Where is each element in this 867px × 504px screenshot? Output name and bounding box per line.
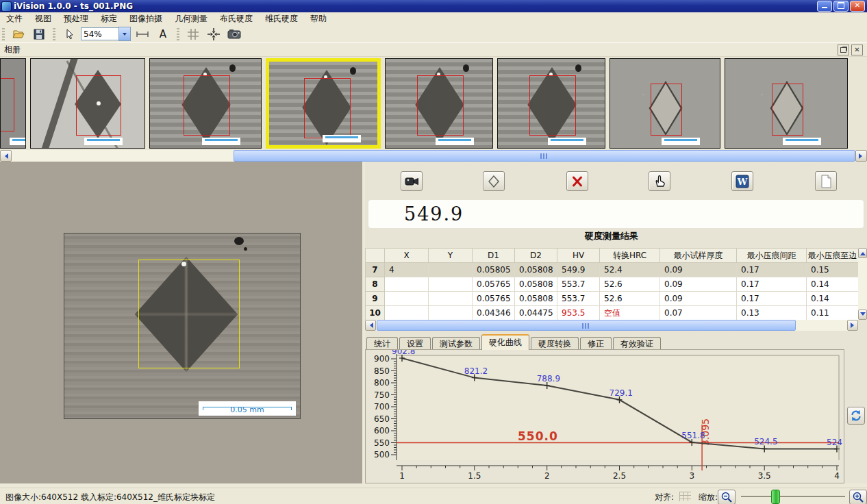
zoom-level-combobox	[81, 27, 131, 40]
refresh-chart-button[interactable]	[847, 407, 865, 425]
tab-2[interactable]: 测试参数	[432, 337, 480, 350]
table-row[interactable]: 740.058050.05808549.952.40.090.170.15	[366, 263, 859, 277]
table-row[interactable]: 90.057650.05808553.752.60.090.170.14	[366, 292, 859, 306]
table-column-header[interactable]	[366, 249, 385, 263]
zoom-in-button[interactable]	[849, 490, 867, 504]
table-cell: 0.17	[737, 277, 807, 292]
zoom-label: 缩放:	[699, 492, 718, 503]
scroll-left-button[interactable]	[365, 320, 376, 331]
scroll-right-button[interactable]	[847, 320, 858, 331]
menu-item-6[interactable]: 布氏硬度	[214, 12, 259, 25]
album-thumbnail[interactable]	[30, 58, 145, 149]
menu-item-3[interactable]: 标定	[95, 12, 123, 25]
menu-item-1[interactable]: 视图	[29, 12, 58, 25]
select-cursor-button[interactable]	[60, 26, 78, 42]
measurement-box[interactable]	[138, 260, 240, 368]
menu-item-7[interactable]: 维氏硬度	[259, 12, 304, 25]
svg-text:4: 4	[834, 471, 840, 481]
table-column-header[interactable]: X	[385, 249, 429, 263]
scrollbar-thumb[interactable]	[234, 150, 855, 162]
scroll-left-button[interactable]	[0, 150, 12, 162]
table-cell: 0.05808	[515, 263, 557, 277]
album-thumbnail[interactable]	[497, 58, 605, 149]
table-row[interactable]: 80.057650.05808553.752.60.090.170.14	[366, 277, 859, 292]
float-panel-button[interactable]	[838, 45, 849, 55]
scroll-down-button[interactable]	[858, 310, 867, 320]
export-word-button[interactable]: W	[731, 171, 753, 191]
video-camera-icon	[405, 177, 419, 186]
center-image-button[interactable]	[205, 26, 223, 42]
zoom-out-button[interactable]	[718, 490, 736, 504]
scroll-up-button[interactable]	[858, 248, 867, 258]
tab-6[interactable]: 有效验证	[613, 337, 661, 350]
table-column-header[interactable]: D1	[473, 249, 515, 263]
open-file-button[interactable]	[10, 26, 27, 42]
tab-0[interactable]: 统计	[366, 337, 398, 350]
tab-4[interactable]: 硬度转换	[531, 337, 579, 350]
tab-3[interactable]: 硬化曲线	[481, 334, 529, 350]
table-column-header[interactable]: 最小压痕至边	[807, 249, 859, 263]
zoom-out-icon	[720, 491, 733, 503]
table-row[interactable]: 100.043460.04475953.5空值0.070.130.11	[366, 306, 859, 320]
table-column-header[interactable]: 最小压痕间距	[737, 249, 807, 263]
table-column-header[interactable]: D2	[515, 249, 557, 263]
minimize-button[interactable]	[817, 1, 832, 12]
new-report-button[interactable]	[815, 171, 837, 191]
indent-measure-button[interactable]	[483, 171, 505, 191]
scrollbar-thumb[interactable]	[377, 320, 796, 331]
svg-text:551.8: 551.8	[681, 431, 705, 440]
image-viewer[interactable]: 0.05 mm	[0, 162, 362, 483]
album-thumbnail[interactable]	[266, 58, 381, 149]
album-thumbnail[interactable]	[610, 58, 720, 149]
row-number: 9	[366, 292, 385, 306]
table-cell: 0.14	[807, 277, 859, 292]
capture-image-button[interactable]	[225, 26, 243, 42]
table-vertical-scrollbar[interactable]	[858, 248, 867, 320]
table-horizontal-scrollbar[interactable]	[365, 320, 858, 331]
menu-item-5[interactable]: 几何测量	[168, 12, 214, 25]
maximize-button[interactable]	[833, 1, 849, 12]
svg-text:850: 850	[374, 366, 390, 376]
table-column-header[interactable]: HV	[557, 249, 600, 263]
microscope-image[interactable]: 0.05 mm	[64, 233, 301, 419]
album-panel-header: 相册 ✕	[0, 42, 867, 57]
album-thumbnail[interactable]	[0, 58, 26, 149]
zoom-slider-track[interactable]	[741, 496, 845, 497]
zoom-dropdown-button[interactable]	[118, 27, 131, 41]
svg-text:750: 750	[374, 390, 390, 400]
svg-text:650: 650	[374, 414, 390, 424]
svg-text:788.9: 788.9	[537, 374, 560, 383]
zoom-slider-thumb[interactable]	[771, 490, 780, 504]
tab-1[interactable]: 设置	[399, 337, 431, 350]
table-column-header[interactable]: Y	[429, 249, 473, 263]
table-column-header[interactable]: 最小试样厚度	[660, 249, 737, 263]
measure-tool-button[interactable]	[134, 26, 151, 42]
tab-5[interactable]: 修正	[580, 337, 612, 350]
pan-tool-button[interactable]	[649, 171, 670, 191]
album-thumbnail[interactable]	[385, 58, 493, 149]
svg-text:600: 600	[374, 426, 390, 436]
delete-result-button[interactable]	[566, 171, 588, 191]
table-cell: 0.13	[737, 306, 807, 320]
album-thumbnail[interactable]	[149, 58, 262, 149]
align-grid-icon[interactable]	[679, 492, 691, 501]
grid-toggle-button[interactable]	[184, 26, 202, 42]
table-cell: 52.6	[600, 292, 660, 306]
menu-item-8[interactable]: 帮助	[304, 12, 333, 25]
close-panel-button[interactable]: ✕	[851, 45, 863, 55]
table-cell: 0.14	[807, 292, 859, 306]
menu-item-0[interactable]: 文件	[0, 12, 29, 25]
zoom-level-input[interactable]	[81, 27, 118, 40]
capture-video-button[interactable]	[401, 171, 423, 191]
scroll-right-button[interactable]	[855, 150, 867, 162]
close-button[interactable]: ✕	[850, 1, 865, 12]
save-button[interactable]	[30, 26, 48, 42]
svg-text:W: W	[737, 177, 748, 187]
text-annotation-button[interactable]: A	[154, 26, 172, 42]
album-thumbnail[interactable]	[725, 58, 848, 149]
menu-item-4[interactable]: 图像拍摄	[123, 12, 168, 25]
svg-text:550.0: 550.0	[518, 429, 558, 443]
menu-item-2[interactable]: 预处理	[58, 12, 95, 25]
album-scrollbar[interactable]	[0, 150, 867, 162]
table-column-header[interactable]: 转换HRC	[600, 249, 660, 263]
